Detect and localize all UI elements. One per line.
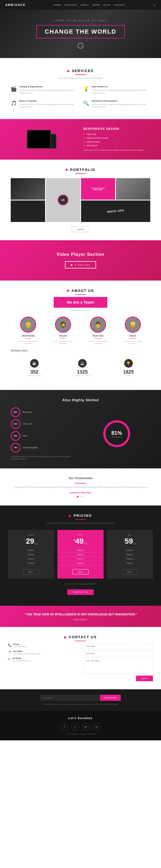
- buy-button-pro[interactable]: BUY: [73, 569, 88, 574]
- portfolio-item-3[interactable]: Training ProgramBEST STUDIO: [81, 178, 115, 200]
- dot-2[interactable]: [80, 496, 81, 497]
- responsive-feature-2: ✓ Modern and User Friendly: [83, 137, 156, 139]
- portfolio-item-6[interactable]: MOCK-UPS: [81, 200, 151, 222]
- pricing-biz: Biz $ 59 /mo Feature 1 Feature 2 Feature…: [107, 530, 153, 579]
- skill-circle-kotlin: 53%: [11, 431, 21, 441]
- idea-icon: 💡: [83, 86, 89, 94]
- newsletter-section: SUBSCRIBE Lorem ipsum dolor sit amet con…: [0, 689, 161, 711]
- hero-subtitle: LOREM IPSUM DOLOR SIT AMET: [53, 19, 108, 22]
- portfolio-item-1[interactable]: [11, 178, 45, 200]
- footer-copyright: © 2024 Ambiance. All Rights Reserved.: [11, 733, 150, 735]
- message-field[interactable]: [83, 658, 153, 674]
- about-section: ▶ ABOUT US We Are a Team! That changed t…: [0, 281, 161, 390]
- hero-title: Change The World: [45, 28, 116, 35]
- contact-section: ▶ CONTACT US 📞 Phone +123 4567 8910 📍 Ou…: [0, 627, 161, 689]
- service-text-filming: Filming & Experiments Lorem ipsum dolor …: [19, 86, 78, 94]
- filming-icon: 🎬: [11, 86, 16, 94]
- services-grid: 🎬 Filming & Experiments Lorem ipsum dolo…: [11, 86, 150, 108]
- team-member-tesla: 👨 Nikola Tesla Developer Lorem ipsum dol…: [87, 316, 109, 345]
- video-heading: Video Player Section: [56, 252, 105, 257]
- check-icon-1: ✓: [83, 133, 85, 135]
- name-field[interactable]: [83, 643, 153, 649]
- nav-link-home[interactable]: Home: [54, 4, 61, 6]
- email-field[interactable]: [83, 651, 153, 656]
- nav-links: Home Services About Work Blog Contact: [54, 4, 126, 6]
- service-item-music: 🎵 Music & Training Lorem ipsum dolor sit…: [11, 100, 78, 108]
- working-title: Working Hard...: [11, 349, 150, 352]
- portfolio-item-5[interactable]: [11, 200, 45, 222]
- price-features-free: Feature 1 Feature 2 Feature 3 Feature 4: [11, 548, 51, 565]
- pricing-heading: ▶ PRICING: [8, 514, 153, 518]
- check-icon-4: ✓: [83, 144, 85, 147]
- portfolio-item-4[interactable]: [116, 178, 150, 200]
- googleplus-icon[interactable]: g+: [82, 723, 90, 731]
- tablet-device: [27, 130, 51, 149]
- contact-us-button[interactable]: CONTACT US: [67, 589, 94, 595]
- linkedin-icon[interactable]: in: [93, 723, 100, 731]
- skills-desc: Lorem ipsum dolor sit amet consectetur a…: [11, 455, 78, 461]
- big-circle-pct: 81%: [111, 430, 122, 436]
- services-section: ▶ SERVICES Lorem ipsum dolor sit amet co…: [0, 58, 161, 119]
- buy-button-free[interactable]: BUY: [23, 569, 39, 574]
- responsive-content: RESPONSIVE DESIGN ✓ Clean code ✓ Modern …: [83, 127, 156, 152]
- responsive-banner: RESPONSIVE DESIGN ✓ Clean code ✓ Modern …: [0, 119, 161, 160]
- social-row: f t g+ in: [11, 723, 150, 731]
- newsletter-input[interactable]: [40, 695, 100, 701]
- contact-form: SEND: [83, 643, 153, 681]
- arrow-icon: ▶: [67, 69, 70, 73]
- portfolio-label-3: Training ProgramBEST STUDIO: [91, 187, 105, 190]
- skills-section: Also Highly Skilled 80% Photoshop 32% HT…: [0, 390, 161, 469]
- check-icon-3: ✓: [83, 141, 85, 143]
- portfolio-more: More: [11, 226, 150, 232]
- quote-author: — Albert Einstein —: [11, 619, 150, 620]
- email-icon: ✉: [8, 658, 10, 660]
- price-amount-free: $ 29 /mo: [11, 537, 51, 545]
- chevron-down-icon: ⌄: [79, 44, 82, 47]
- skill-photoshop: 80% Photoshop: [11, 407, 78, 417]
- avatar-einstein: 👴: [20, 316, 36, 333]
- skill-circle-javascript: 75%: [11, 443, 21, 453]
- big-skill-circle: 81% Best Success: [103, 420, 130, 447]
- contact-address-text: Our Office 123 Design Street, Creative C…: [13, 650, 40, 655]
- buy-button-biz[interactable]: BUY: [122, 569, 138, 574]
- facebook-icon[interactable]: f: [61, 723, 68, 731]
- testimonials-underline: [75, 483, 86, 484]
- services-desc: Lorem ipsum dolor sit amet consectetur a…: [11, 77, 150, 79]
- nav-link-blog[interactable]: Blog: [103, 4, 110, 6]
- pricing-desc: Lorem ipsum dolor sit amet consectetur a…: [8, 522, 153, 525]
- dot-1[interactable]: [77, 496, 79, 497]
- price-amount-biz: $ 59 /mo: [110, 537, 150, 545]
- team-button[interactable]: We Are a Team!: [54, 297, 107, 308]
- skill-javascript: 75% JavaScript Quality: [11, 443, 78, 453]
- nav-link-work[interactable]: Work: [92, 4, 100, 6]
- hero-section: LOREM IPSUM DOLOR SIT AMET Change The Wo…: [0, 10, 161, 58]
- team-grid: 👴 Albert Einstein Founder Lorem ipsum do…: [11, 316, 150, 345]
- phone-icon: 📞: [8, 644, 11, 647]
- contact-address: 📍 Our Office 123 Design Street, Creative…: [8, 650, 78, 655]
- pricing-underline: [75, 519, 86, 520]
- twitter-icon[interactable]: t: [71, 723, 79, 731]
- nav-link-about[interactable]: About: [81, 4, 89, 6]
- arrow-icon-about: ▶: [67, 289, 70, 292]
- service-text-research: Research & Development Lorem ipsum dolor…: [92, 100, 150, 108]
- testimonial-text: Lorem ipsum dolor sit amet consectetur a…: [11, 486, 150, 489]
- nav-logo: AMBIANCE: [5, 3, 26, 6]
- send-button[interactable]: SEND: [136, 676, 153, 681]
- service-text-idea: Idea of Web 2.0 Lorem ipsum dolor sit am…: [92, 86, 150, 94]
- scroll-down-button[interactable]: ⌄: [78, 43, 83, 49]
- portfolio-item-2[interactable]: LK: [46, 178, 80, 222]
- nav-link-services[interactable]: Services: [65, 4, 77, 6]
- play-button[interactable]: ▶ ► Start Video: [65, 261, 96, 269]
- check-icon-2: ✓: [83, 137, 85, 139]
- search-icon[interactable]: ⌕: [154, 3, 156, 7]
- portfolio-grid: LK Training ProgramBEST STUDIO MOCK-UPS: [11, 178, 150, 222]
- nav-link-contact[interactable]: Contact: [114, 4, 126, 6]
- more-button[interactable]: More: [72, 226, 90, 232]
- devices-mockup: [5, 130, 78, 149]
- music-icon: 🎵: [11, 100, 16, 108]
- testimonial-author: Someone at Some Place: [11, 492, 150, 494]
- dot-3[interactable]: [82, 496, 84, 497]
- about-underline: [75, 294, 86, 295]
- subscribe-button[interactable]: SUBSCRIBE: [100, 695, 121, 701]
- about-subtitle: That changed the world.: [11, 309, 150, 311]
